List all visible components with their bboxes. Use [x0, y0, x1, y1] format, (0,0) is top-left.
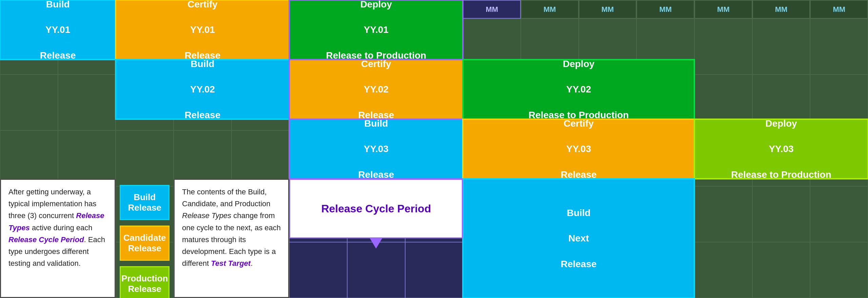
bg-cell-r2-c2 — [58, 74, 116, 130]
header-cell-10: MM — [521, 0, 579, 19]
bg-cell-r2-c1 — [0, 74, 58, 130]
header-cell-15: MM — [810, 0, 868, 19]
bg-cell-r1-c13 — [694, 19, 752, 74]
legend-left-text: After getting underway, a typical implem… — [0, 179, 116, 298]
bg-cell-r5-c14 — [752, 242, 810, 298]
legend-right-text: The contents of the Build, Candidate, an… — [174, 179, 289, 298]
bg-cell-r5-c7 — [347, 242, 405, 298]
bg-cell-r5-c6 — [289, 242, 347, 298]
bg-cell-r5-c8 — [405, 242, 463, 298]
cycle-label-text: Release Cycle Period — [321, 203, 431, 215]
bg-cell-r5-c3 — [116, 242, 174, 298]
header-cell-12: MM — [636, 0, 694, 19]
release-cycle-label: Release Cycle Period — [289, 179, 463, 238]
main-container: MMMMMMMMMMMMMMMMMMMMMMMMMMMMMM BuildYY.0… — [0, 0, 868, 298]
bg-cell-r3-c1 — [0, 130, 58, 186]
bg-cell-r1-c14 — [752, 19, 810, 74]
bg-cell-r3-c3 — [116, 130, 174, 186]
bg-cell-r3-c2 — [58, 130, 116, 186]
bg-cell-r3-c5 — [232, 130, 290, 186]
bg-cell-r4-c15 — [810, 186, 868, 242]
bg-cell-r5-c15 — [810, 242, 868, 298]
bg-cell-r4-c13 — [694, 186, 752, 242]
bg-cell-r1-c15 — [810, 19, 868, 74]
header-cell-9: MM — [463, 0, 521, 19]
header-cell-14: MM — [752, 0, 810, 19]
header-cell-13: MM — [694, 0, 752, 19]
bg-cell-r3-c4 — [174, 130, 232, 186]
bg-cell-r4-c14 — [752, 186, 810, 242]
bg-cell-r4-c3 — [116, 186, 174, 242]
header-cell-11: MM — [579, 0, 637, 19]
bg-cell-r5-c13 — [694, 242, 752, 298]
